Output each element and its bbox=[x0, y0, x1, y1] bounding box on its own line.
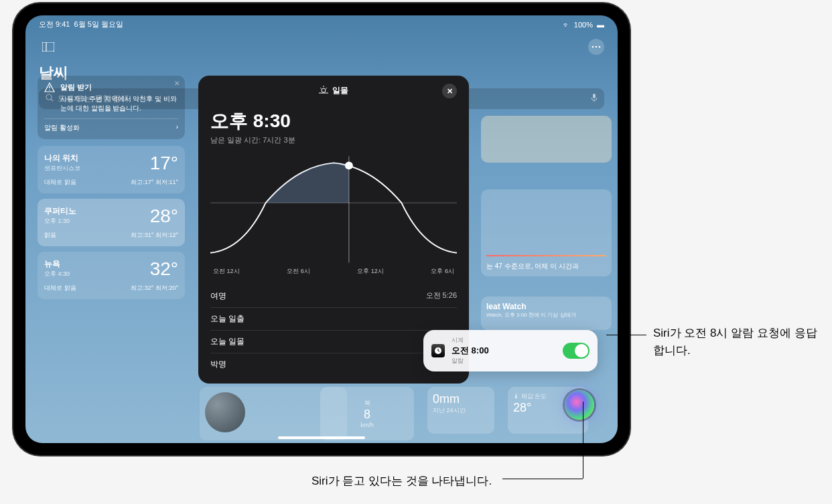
callout-line bbox=[583, 402, 583, 479]
loc-hilo: 최고:31° 최저:12° bbox=[131, 231, 178, 240]
alert-card[interactable]: ✕ 알림 받기 사용자의 주변 지역에서 악천후 및 비와 눈에 대한 알림을 … bbox=[38, 76, 185, 139]
wind-widget[interactable]: 북 8 km/h bbox=[320, 387, 414, 440]
heat-title: leat Watch bbox=[486, 302, 606, 311]
siri-orb[interactable] bbox=[565, 390, 594, 420]
screen: 오전 9:41 6월 5일 월요일 ᯤ 100% ▬ 날씨 도시 bbox=[25, 15, 618, 443]
notif-sub: 알람 bbox=[452, 357, 556, 365]
status-time: 오전 9:41 bbox=[39, 19, 70, 29]
close-button[interactable]: ✕ bbox=[442, 84, 457, 98]
ipad-frame: 오전 9:41 6월 5일 월요일 ᯤ 100% ▬ 날씨 도시 bbox=[13, 3, 630, 455]
mic-icon[interactable] bbox=[591, 94, 598, 104]
callout-alarm: Siri가 오전 8시 알람 요청에 응답합니다. bbox=[653, 325, 821, 359]
sunset-title: 일몰 bbox=[332, 85, 348, 96]
svg-point-3 bbox=[596, 46, 598, 48]
status-date: 6월 5일 월요일 bbox=[74, 19, 123, 29]
sunset-icon bbox=[319, 86, 328, 96]
home-indicator[interactable] bbox=[278, 436, 365, 439]
sun-row-sunset[interactable]: 오늘 일몰 bbox=[210, 330, 457, 353]
sun-row-dusk[interactable]: 박명 bbox=[210, 353, 457, 375]
loc-name: 나의 위치 bbox=[44, 153, 80, 164]
loc-sub: 오후 1:30 bbox=[44, 217, 76, 226]
loc-temp: 32° bbox=[150, 258, 178, 280]
loc-temp: 28° bbox=[150, 205, 178, 227]
loc-name: 뉴욕 bbox=[44, 258, 70, 270]
loc-hilo: 최고:32° 최저:20° bbox=[131, 284, 178, 292]
loc-temp: 17° bbox=[150, 153, 178, 174]
location-card-newyork[interactable]: 뉴욕 오후 4:30 32° 대체로 맑음 최고:32° 최저:20° bbox=[38, 252, 185, 299]
wind-dir: 북 bbox=[364, 399, 370, 408]
close-icon[interactable]: ✕ bbox=[174, 80, 180, 87]
alert-action[interactable]: 알림 활성화 › bbox=[44, 118, 178, 133]
svg-point-2 bbox=[592, 46, 594, 48]
sunset-time: 오후 8:30 bbox=[210, 108, 457, 134]
rain-widget[interactable]: 0mm 지난 24시간 bbox=[427, 387, 494, 434]
heat-sub: Watch, 오후 3:00 전에 이 기상 상태가 bbox=[486, 311, 606, 319]
notif-time: 오전 8:00 bbox=[452, 345, 556, 357]
svg-line-14 bbox=[320, 88, 322, 89]
alert-body: 사용자의 주변 지역에서 악천후 및 비와 눈에 대한 알림을 받습니다. bbox=[60, 94, 178, 113]
sun-rows: 여명 오전 5:26 오늘 일출 오늘 일몰 박명 bbox=[210, 285, 457, 375]
sun-row-dawn[interactable]: 여명 오전 5:26 bbox=[210, 285, 457, 307]
rain-label: 지난 24시간 bbox=[433, 406, 489, 415]
alarm-toggle[interactable] bbox=[563, 343, 590, 359]
svg-line-15 bbox=[326, 88, 328, 89]
svg-rect-0 bbox=[42, 42, 54, 52]
status-bar: 오전 9:41 6월 5일 월요일 ᯤ 100% ▬ bbox=[25, 15, 618, 33]
location-card-my[interactable]: 나의 위치 샌프란시스코 17° 대체로 맑음 최고:17° 최저:11° bbox=[38, 146, 185, 193]
wind-unit: km/h bbox=[360, 422, 374, 428]
callout-siri-listening: Siri가 듣고 있다는 것을 나타냅니다. bbox=[311, 473, 579, 490]
svg-point-4 bbox=[599, 46, 601, 48]
sun-chart bbox=[210, 156, 457, 263]
uv-widget[interactable]: 는 47 수준으로, 어제 이 시간과 bbox=[481, 189, 612, 276]
loc-hilo: 최고:17° 최저:11° bbox=[131, 178, 178, 187]
loc-sub: 오후 4:30 bbox=[44, 270, 70, 278]
notif-app: 시계 bbox=[452, 336, 556, 345]
loc-cond: 대체로 맑음 bbox=[44, 178, 76, 187]
wifi-icon: ᯤ bbox=[563, 21, 570, 29]
loc-cond: 맑음 bbox=[44, 231, 56, 240]
svg-point-10 bbox=[49, 90, 50, 91]
siri-notification[interactable]: 시계 오전 8:00 알람 bbox=[423, 330, 598, 371]
more-button[interactable] bbox=[588, 39, 604, 55]
clock-app-icon bbox=[431, 344, 445, 357]
battery-percent: 100% bbox=[574, 21, 593, 29]
map-widget[interactable] bbox=[481, 116, 612, 163]
battery-icon: ▬ bbox=[597, 21, 604, 29]
chevron-right-icon: › bbox=[176, 123, 178, 133]
callout-line bbox=[606, 335, 646, 335]
warning-icon bbox=[44, 82, 55, 113]
alert-title: 알림 받기 bbox=[60, 82, 178, 92]
loc-cond: 대체로 맑음 bbox=[44, 284, 76, 292]
svg-point-11 bbox=[322, 88, 326, 92]
sidebar-toggle-icon[interactable] bbox=[39, 39, 58, 55]
uv-text: 는 47 수준으로, 어제 이 시간과 bbox=[486, 262, 606, 271]
heat-widget[interactable]: leat Watch Watch, 오후 3:00 전에 이 기상 상태가 bbox=[481, 297, 612, 330]
moon-icon bbox=[205, 392, 245, 432]
sun-row-sunrise[interactable]: 오늘 일출 bbox=[210, 307, 457, 330]
svg-point-18 bbox=[345, 161, 353, 169]
loc-name: 쿠퍼티노 bbox=[44, 205, 76, 217]
chart-x-labels: 오전 12시 오전 6시 오후 12시 오후 6시 bbox=[210, 267, 457, 276]
rain-value: 0mm bbox=[433, 392, 489, 406]
wind-speed: 8 bbox=[364, 408, 370, 422]
location-card-cupertino[interactable]: 쿠퍼티노 오후 1:30 28° 맑음 최고:31° 최저:12° bbox=[38, 199, 185, 246]
svg-rect-7 bbox=[593, 94, 596, 98]
loc-sub: 샌프란시스코 bbox=[44, 164, 80, 173]
sunset-remain: 남은 일광 시간: 7시간 3분 bbox=[210, 135, 457, 145]
sidebar: ✕ 알림 받기 사용자의 주변 지역에서 악천후 및 비와 눈에 대한 알림을 … bbox=[38, 76, 185, 305]
